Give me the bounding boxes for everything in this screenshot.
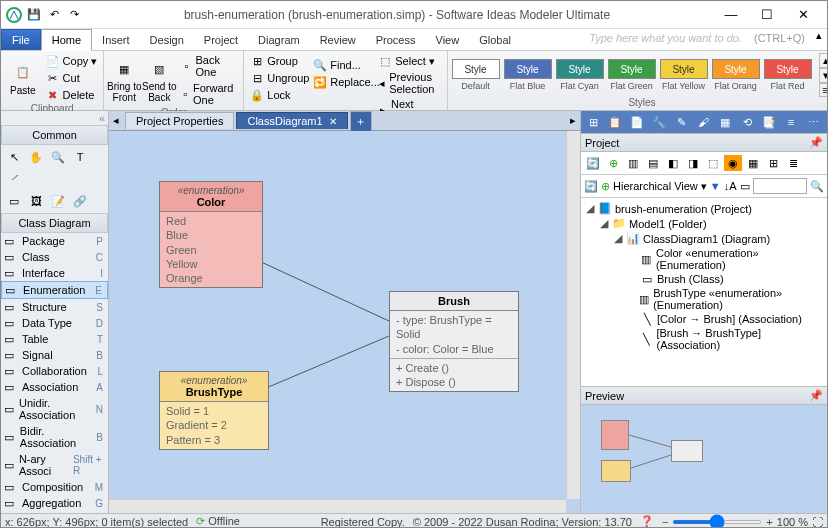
rect-tool-icon[interactable]: ▭ (4, 192, 24, 210)
styles-more-icon[interactable]: ≡ (819, 83, 828, 97)
props-icon[interactable]: ▭ (740, 180, 750, 193)
menu-file[interactable]: File (1, 29, 41, 50)
image-tool-icon[interactable]: 🖼 (26, 192, 46, 210)
rt-icon-1[interactable]: ⊞ (583, 113, 603, 131)
select-button[interactable]: ⬚Select ▾ (376, 53, 442, 69)
forward-one-button[interactable]: ▫Forward One (178, 81, 239, 107)
sidebar-item[interactable]: ▭CollaborationL (1, 363, 108, 379)
paste-button[interactable]: 📋Paste (5, 58, 41, 99)
project-tree[interactable]: ◢📘brush-enumeration (Project) ◢📁Model1 (… (581, 198, 827, 386)
preview-body[interactable] (581, 405, 827, 513)
pt-refresh-icon[interactable]: 🔄 (584, 155, 602, 171)
filter-icon[interactable]: ▼ (710, 180, 721, 192)
tabs-forward-icon[interactable]: ▸ (566, 114, 580, 127)
back-one-button[interactable]: ▫Back One (178, 53, 239, 79)
link-tool-icon[interactable]: 🔗 (70, 192, 90, 210)
sidebar-collapse-icon[interactable]: « (1, 111, 108, 125)
pt-i7[interactable]: ▦ (744, 155, 762, 171)
sidebar-item[interactable]: ▭Unidir. AssociationN (1, 395, 108, 423)
canvas-scroll-v[interactable] (566, 131, 580, 499)
minimize-button[interactable]: — (719, 5, 743, 25)
save-icon[interactable]: 💾 (25, 6, 43, 24)
pt-i4[interactable]: ◨ (684, 155, 702, 171)
pt-refresh2-icon[interactable]: 🔄 (584, 180, 598, 193)
sidebar-item[interactable]: ▭Bidir. AssociationB (1, 423, 108, 451)
sidebar-item[interactable]: ▭PackageP (1, 233, 108, 249)
replace-button[interactable]: 🔁Replace... (311, 74, 382, 90)
pt-i9[interactable]: ≣ (784, 155, 802, 171)
redo-icon[interactable]: ↷ (65, 6, 83, 24)
rt-icon-10[interactable]: ≡ (781, 113, 801, 131)
pt-i6[interactable]: ◉ (724, 155, 742, 171)
pointer-tool-icon[interactable]: ↖ (4, 148, 24, 166)
hand-tool-icon[interactable]: ✋ (26, 148, 46, 166)
tree-item[interactable]: ▥Color «enumeration» (Enumeration) (584, 246, 824, 272)
sidebar-item[interactable]: ▭ClassC (1, 249, 108, 265)
rt-icon-2[interactable]: 📋 (605, 113, 625, 131)
new-tab-button[interactable]: ＋ (350, 111, 372, 131)
sidebar-item[interactable]: ▭SignalB (1, 347, 108, 363)
rt-icon-4[interactable]: 🔧 (649, 113, 669, 131)
copy-button[interactable]: 📄Copy ▾ (44, 53, 100, 69)
ungroup-button[interactable]: ⊟Ungroup (248, 70, 311, 86)
rt-icon-11[interactable]: ⋯ (803, 113, 823, 131)
tabs-back-icon[interactable]: ◂ (109, 114, 123, 127)
canvas[interactable]: «enumeration»Color RedBlueGreenYellowOra… (109, 131, 580, 513)
note-tool-icon[interactable]: 📝 (48, 192, 68, 210)
canvas-scroll-h[interactable] (109, 499, 566, 513)
maximize-button[interactable]: ☐ (755, 5, 779, 25)
sidebar-item[interactable]: ▭EnumerationE (1, 281, 108, 299)
project-search-input[interactable] (753, 178, 807, 194)
zoom-tool-icon[interactable]: 🔍 (48, 148, 68, 166)
style-swatch[interactable]: Style (556, 59, 604, 79)
menu-process[interactable]: Process (366, 29, 426, 50)
prev-sel-button[interactable]: ◂Previous Selection (376, 70, 442, 96)
node-brush[interactable]: Brush - type: BrushType = Solid- color: … (389, 291, 519, 392)
style-swatch[interactable]: Style (764, 59, 812, 79)
style-swatch[interactable]: Style (504, 59, 552, 79)
style-swatch[interactable]: Style (452, 59, 500, 79)
send-back-button[interactable]: ▧Send to Back (143, 54, 175, 106)
rt-icon-3[interactable]: 📄 (627, 113, 647, 131)
node-color[interactable]: «enumeration»Color RedBlueGreenYellowOra… (159, 181, 263, 288)
menu-home[interactable]: Home (41, 29, 92, 51)
tree-item[interactable]: ▭Brush (Class) (584, 272, 824, 286)
pt-add2-icon[interactable]: ⊕ (601, 180, 610, 193)
pin-icon-2[interactable]: 📌 (809, 389, 823, 402)
connection-tool-icon[interactable]: ⟋ (4, 168, 24, 186)
menu-global[interactable]: Global (469, 29, 521, 50)
menu-diagram[interactable]: Diagram (248, 29, 310, 50)
rt-icon-8[interactable]: ⟲ (737, 113, 757, 131)
menu-review[interactable]: Review (310, 29, 366, 50)
cut-button[interactable]: ✂Cut (44, 70, 100, 86)
close-button[interactable]: ✕ (791, 5, 815, 25)
view-mode[interactable]: Hierarchical View ▾ (613, 180, 707, 193)
group-button[interactable]: ⊞Group (248, 53, 311, 69)
style-swatch[interactable]: Style (608, 59, 656, 79)
node-brushtype[interactable]: «enumeration»BrushType Solid = 1Gradient… (159, 371, 269, 450)
rt-icon-5[interactable]: ✎ (671, 113, 691, 131)
tab-classdiagram1[interactable]: ClassDiagram1✕ (236, 112, 347, 129)
undo-icon[interactable]: ↶ (45, 6, 63, 24)
sidebar-item[interactable]: ▭InterfaceI (1, 265, 108, 281)
tree-item[interactable]: ▥BrushType «enumeration» (Enumeration) (584, 286, 824, 312)
zoom-control[interactable]: −+ 100 %⛶ (662, 516, 823, 528)
rt-icon-6[interactable]: 🖌 (693, 113, 713, 131)
sidebar-item[interactable]: ▭N-ary AssociShift + R (1, 451, 108, 479)
sidebar-item[interactable]: ▭Data TypeD (1, 315, 108, 331)
menu-design[interactable]: Design (140, 29, 194, 50)
pt-i8[interactable]: ⊞ (764, 155, 782, 171)
sidebar-item[interactable]: ▭StructureS (1, 299, 108, 315)
sidebar-item[interactable]: ▭AssociationA (1, 379, 108, 395)
search-icon[interactable]: 🔍 (810, 180, 824, 193)
text-tool-icon[interactable]: T (70, 148, 90, 166)
close-tab-icon[interactable]: ✕ (329, 116, 337, 127)
tab-project-properties[interactable]: Project Properties (125, 112, 234, 129)
menu-project[interactable]: Project (194, 29, 248, 50)
tree-item[interactable]: ╲[Brush → BrushType] (Association) (584, 326, 824, 352)
find-button[interactable]: 🔍Find... (311, 57, 382, 73)
sort-icon[interactable]: ↓A (724, 180, 737, 192)
fullscreen-icon[interactable]: ⛶ (812, 516, 823, 528)
rt-icon-9[interactable]: 📑 (759, 113, 779, 131)
bring-front-button[interactable]: ▦Bring to Front (108, 54, 140, 106)
